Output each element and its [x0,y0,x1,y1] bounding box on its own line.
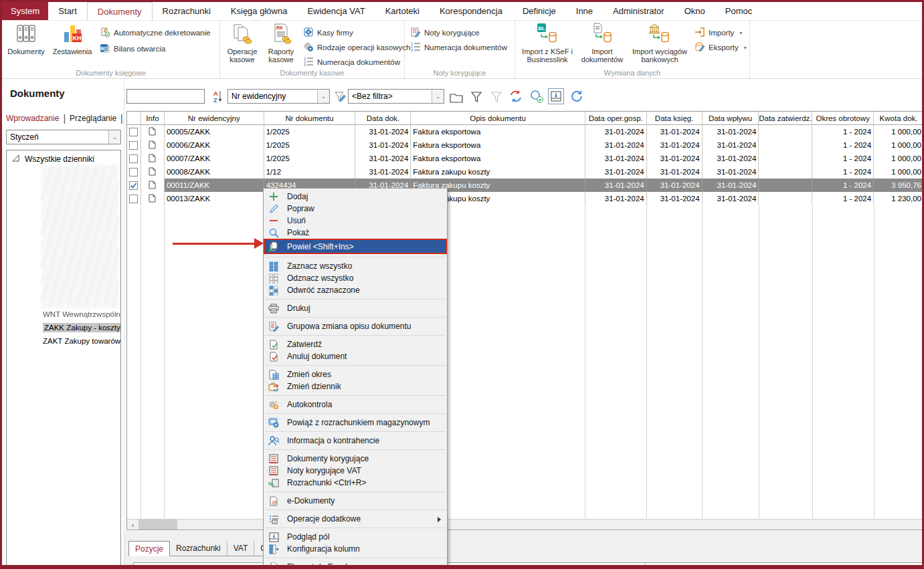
chevron-down-icon[interactable]: ⌄ [432,90,444,103]
row-checkbox-checked[interactable] [129,181,138,190]
col-data-oper[interactable]: Data oper.gosp. [585,112,647,125]
menu-tab-okno[interactable]: Okno [674,2,715,20]
menu-item-informacja-kontrahencie[interactable]: Informacja o kontrahencie [264,435,447,447]
menu-item-e-dokumenty[interactable]: @ e-Dokumenty [264,495,447,507]
chevron-down-icon[interactable]: ⌄ [317,90,329,103]
import-wyciagow-button[interactable]: Import wyciągów bankowych [629,23,690,64]
col-data-ksieg[interactable]: Data księg. [647,112,703,125]
menu-tab-rozrachunki[interactable]: Rozrachunki [153,2,221,20]
filter-edit-icon[interactable] [333,90,347,104]
filter-select[interactable]: <Bez filtra> ⌄ [348,89,444,104]
col-opis-pozycji[interactable]: Opis pozycji [654,564,696,569]
tree-item-wnt[interactable]: WNT Wewnątrzwspóln [43,310,120,318]
menu-tab-korespondencja[interactable]: Korespondencja [430,2,513,20]
import-ksef-button[interactable]: BL Import z KSeF i Businesslink [519,23,575,64]
numeracja-dokumentow-noty-button[interactable]: 123 Numeracja dokumentów [410,41,507,54]
search-input[interactable] [126,89,205,104]
menu-tab-dokumenty[interactable]: Dokumenty [87,2,153,20]
operacje-kasowe-button[interactable]: Operacje kasowe [223,23,262,64]
menu-tab-start[interactable]: Start [48,2,86,20]
scrollbar-thumb[interactable] [138,520,177,530]
menu-item-usun[interactable]: Usuń [264,215,447,227]
menu-item-zmien-okres[interactable]: Zmień okres [264,368,447,380]
col-kwota-dok[interactable]: Kwota dok. [874,112,923,125]
noty-korygujace-button[interactable]: Noty korygujące [410,26,479,39]
refresh-view-icon[interactable] [569,89,584,104]
import-dokumentow-button[interactable]: Import dokumentów [578,23,626,64]
col-okres-obrotowy[interactable]: Okres obrotowy [812,112,874,125]
menu-tab-inne[interactable]: Inne [566,2,603,20]
row-checkbox[interactable] [129,195,138,203]
col-opis-dokumentu[interactable]: Opis dokumentu [411,112,585,125]
dokumenty-button[interactable]: Dokumenty [5,23,48,55]
importy-dropdown-button[interactable]: Importy [695,26,742,39]
col-data-wplywu[interactable]: Data wpływu [703,112,759,125]
chevron-down-icon[interactable]: ⌄ [108,130,120,144]
col-info[interactable]: Info [141,112,165,125]
menu-item-zatwierdz[interactable]: Zatwierdź [264,338,447,350]
kasy-firmy-button[interactable]: Kasy firmy [303,26,353,39]
menu-tab-ksiega-glowna[interactable]: Księga główna [221,2,298,20]
collapse-triangle-icon[interactable] [12,154,19,164]
menu-item-operacje-dodatkowe[interactable]: Operacje dodatkowe [264,513,447,525]
tree-item-zakk-selected[interactable]: ZAKK Zakupy - koszty [43,323,121,332]
row-checkbox[interactable] [129,128,138,136]
tab-vat[interactable]: VAT [227,541,255,556]
menu-item-eksport-excel[interactable]: X Eksport do Excela [264,561,447,567]
menu-tab-administrator[interactable]: Administrator [603,2,674,20]
table-row[interactable]: 00008/ZAKK 1/12 31-01-2024 Faktura zakup… [127,165,923,179]
row-checkbox[interactable] [129,154,138,163]
menu-item-noty-korygujace-vat[interactable]: Noty korygujące VAT [264,465,447,477]
field-preview-toggle[interactable] [548,88,564,104]
tab-przegladanie[interactable]: Przeglądanie [70,114,116,123]
filter-icon[interactable] [469,90,484,104]
numeracja-dokumentow-button[interactable]: 123 Numeracja dokumentów [303,55,400,69]
menu-item-rozrachunki[interactable]: % Rozrachunki <Ctrl+R> [264,477,447,489]
menu-item-dokumenty-korygujace[interactable]: Dokumenty korygujące [264,453,447,465]
menu-item-odwroc-zaznaczone[interactable]: Odwróć zaznaczone [264,284,447,296]
folder-icon[interactable] [449,90,464,105]
menu-tab-ewidencja-vat[interactable]: Ewidencja VAT [297,2,375,20]
col-nr[interactable]: Nr. [139,564,149,569]
menu-item-pokaz[interactable]: Pokaż [264,227,447,239]
menu-tab-pomoc[interactable]: Pomoc [715,2,762,20]
table-row[interactable]: 00005/ZAKK 1/2025 31-01-2024 Faktura eks… [127,125,923,138]
zestawienia-button[interactable]: KH Zestawienia [49,23,96,55]
menu-item-powiel-highlighted[interactable]: Powiel <Shift+Ins> [264,239,447,254]
tab-rozrachunki[interactable]: Rozrachunki [170,541,227,556]
search-verify-icon[interactable] [529,89,544,104]
menu-item-konfiguracja-kolumn[interactable]: Konfiguracja kolumn [264,543,447,555]
table-row[interactable]: 00006/ZAKK 1/2025 31-01-2024 Faktura eks… [127,138,923,152]
tab-pozycje[interactable]: Pozycje [128,541,170,556]
menu-tab-kartoteki[interactable]: Kartoteki [375,2,430,20]
row-checkbox[interactable] [129,168,138,177]
menu-tab-system[interactable]: System [2,2,48,20]
menu-item-grupowa-zmiana[interactable]: Grupowa zmiana opisu dokumentu [264,320,447,332]
menu-item-zaznacz-wszystko[interactable]: Zaznacz wszystko [264,260,447,272]
scroll-left-button[interactable]: ‹ [127,520,138,530]
menu-tab-definicje[interactable]: Definicje [513,2,566,20]
horizontal-scrollbar[interactable]: ‹ [127,519,923,530]
sort-az-icon[interactable]: AZ [209,89,224,104]
refresh-data-icon[interactable] [509,89,523,104]
tab-wprowadzanie[interactable]: Wprowadzanie [6,114,59,123]
eksporty-dropdown-button[interactable]: Eksporty [695,41,747,54]
menu-item-zmien-dziennik[interactable]: Zmień dziennik [264,380,447,392]
menu-item-drukuj[interactable]: Drukuj [264,302,447,314]
automatyczne-dekretowanie-button[interactable]: Automatyczne dekretowanie [100,26,210,39]
menu-item-odznacz-wszystko[interactable]: Odznacz wszystko [264,272,447,284]
col-data-dok[interactable]: Data dok. [355,112,411,125]
menu-item-autokontrola[interactable]: Autokontrola [264,399,447,411]
col-nr-dokumentu[interactable]: Nr dokumentu [264,112,356,125]
table-row[interactable]: 00007/ZAKK 1/2025 31-01-2024 Faktura eks… [127,152,923,165]
menu-item-popraw[interactable]: Popraw [264,203,447,215]
menu-item-dodaj[interactable]: Dodaj [264,191,447,203]
raporty-kasowe-button[interactable]: RK Raporty kasowe [263,23,299,64]
table-row-selected[interactable]: 00011/ZAKK 4324434 31-01-2024 Faktura za… [127,179,923,192]
month-select[interactable]: Styczeń ⌄ [6,130,121,144]
tree-root-all-journals[interactable]: Wszystkie dzienniki [12,154,94,164]
menu-item-podglad-pol[interactable]: Podgląd pól [264,531,447,543]
menu-item-powiaz-rozrachunkiem[interactable]: Powiąż z rozrachunkiem magazynowym [264,417,447,429]
table-row[interactable]: 00013/ZAKK Faktura zakupu koszty 31-01-2… [127,192,923,205]
col-data-zatwierdz[interactable]: Data zatwierdz. [759,112,812,125]
